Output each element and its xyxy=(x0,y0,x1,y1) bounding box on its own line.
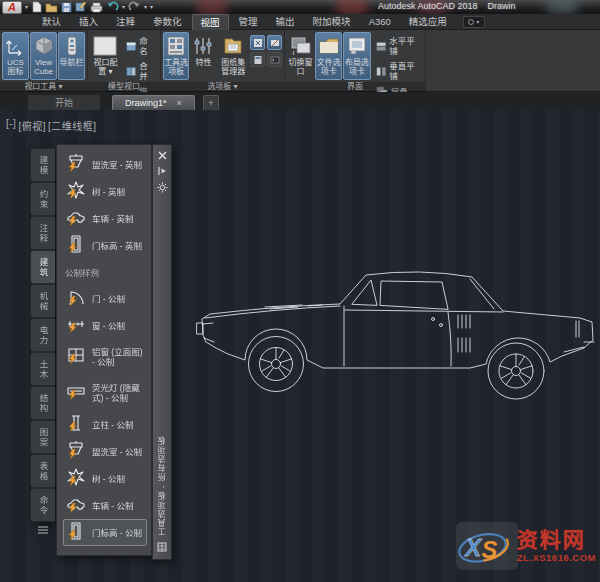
close-icon[interactable] xyxy=(155,148,169,162)
viewport-minimize-control[interactable]: [-] xyxy=(6,118,16,133)
panel-label[interactable]: 视口工具 ▾ xyxy=(0,82,87,92)
palette-side-tab[interactable]: 建筑 xyxy=(30,250,55,284)
ribbon-tab-insert[interactable]: 插入 xyxy=(71,14,106,29)
aero-blur-decoration xyxy=(335,0,369,14)
palette-item[interactable]: 树 - 英制 xyxy=(63,178,147,205)
tile-vertically-button[interactable]: 垂直平铺 xyxy=(372,59,423,83)
viewport-configuration-button[interactable]: 视口配置 ▾ xyxy=(90,32,121,80)
palette-item[interactable]: 铝窗 (立面图) - 公制 xyxy=(63,339,147,375)
palette-item[interactable]: 门标高 - 英制 xyxy=(63,232,147,259)
tab-close-icon[interactable]: × xyxy=(177,98,182,108)
markup-palette-icon[interactable] xyxy=(267,35,282,50)
car-icon xyxy=(66,207,86,231)
palette-side-tab[interactable]: 注释 xyxy=(30,216,55,250)
saveas-icon[interactable] xyxy=(75,1,87,13)
ribbon-tab-view[interactable]: 视图 xyxy=(192,14,229,30)
palette-item[interactable]: 树 - 公制 xyxy=(63,465,147,492)
ribbon-tab-addins[interactable]: 附加模块 xyxy=(305,14,359,29)
file-tabs-button[interactable]: 文件选项卡 xyxy=(315,32,342,80)
palette-side-tab[interactable]: 命令 xyxy=(30,488,55,522)
viewport-visual-style-control[interactable]: [二维线框] xyxy=(48,118,97,133)
properties-gear-icon[interactable] xyxy=(155,180,169,194)
palette-side-tab-label: 电力 xyxy=(37,326,49,345)
ribbon-tab-annotate[interactable]: 注释 xyxy=(108,14,143,29)
tile-horizontally-button[interactable]: 水平平铺 xyxy=(372,34,423,58)
palette-item[interactable]: 车辆 - 英制 xyxy=(63,205,147,232)
panel-label[interactable]: 选项板 ▾ xyxy=(161,82,284,92)
join-viewports-button[interactable]: 合并 xyxy=(122,59,158,83)
ribbon-tab-default[interactable]: 默认 xyxy=(34,14,69,29)
open-icon[interactable] xyxy=(45,1,58,13)
app-menu-caret-icon[interactable]: ▾ xyxy=(25,4,28,10)
app-menu-button[interactable]: A xyxy=(2,1,22,14)
named-viewport-icon xyxy=(126,41,136,52)
palette-item[interactable]: 荧光灯 (隐藏式) - 公制 xyxy=(63,375,147,411)
plot-icon[interactable] xyxy=(90,2,103,13)
palette-side-tab[interactable]: 约束 xyxy=(30,182,55,216)
drawing-canvas[interactable]: [-] [俯视] [二维线框] xyxy=(0,110,600,582)
viewcube-icon xyxy=(33,35,55,57)
properties-palette-button[interactable]: 特性 xyxy=(190,32,216,80)
navigation-bar-button[interactable]: 导航栏 xyxy=(58,32,85,80)
new-icon[interactable] xyxy=(31,1,42,13)
window-elev-icon xyxy=(66,345,86,369)
palette-side-tab-label: 土木 xyxy=(37,360,49,379)
viewcube-button[interactable]: View Cube xyxy=(30,32,57,80)
redo-icon[interactable] xyxy=(128,1,141,13)
redo-caret-icon[interactable]: ▾ xyxy=(144,4,147,10)
panel-label[interactable]: 界面 xyxy=(285,82,425,92)
ribbon-tab-parametric[interactable]: 参数化 xyxy=(145,14,190,29)
sheet-set-manager-button[interactable]: 图纸集管理器 xyxy=(218,32,249,80)
palette-side-tab[interactable]: 电力 xyxy=(30,318,55,352)
car-wireframe-drawing[interactable] xyxy=(180,252,600,407)
palette-item[interactable]: 窗 - 公制 xyxy=(63,312,147,339)
xref-palette-icon[interactable] xyxy=(250,35,265,50)
commandline-palette-icon[interactable] xyxy=(267,52,282,67)
tab-start[interactable]: 开始 xyxy=(28,95,100,110)
qat-customize-caret-icon[interactable]: ▾ xyxy=(150,4,153,10)
autohide-icon[interactable] xyxy=(155,164,169,178)
palette-section-header: 公制样例 xyxy=(63,259,147,285)
palette-side-tab-label: 图案 xyxy=(37,428,49,447)
layout-tabs-button[interactable]: 布局选项卡 xyxy=(343,32,370,80)
ucs-icon-button[interactable]: UCS 图标 xyxy=(2,32,29,80)
undo-icon[interactable] xyxy=(106,1,119,13)
file-tabs-icon xyxy=(318,35,340,57)
tab-drawing1[interactable]: Drawing1* × xyxy=(112,95,195,110)
door-icon xyxy=(66,287,86,311)
named-viewports-button[interactable]: 命名 xyxy=(122,34,158,58)
quickcalc-palette-icon[interactable] xyxy=(250,52,265,67)
palette-title-bar[interactable]: 工具选项板 - 所有选项板 xyxy=(152,144,172,560)
tool-palettes-button[interactable]: 工具选项板 xyxy=(163,32,189,80)
ribbon-tab-featured-apps[interactable]: 精选应用 xyxy=(401,14,455,29)
palette-item[interactable]: 车辆 - 公制 xyxy=(63,492,147,519)
palette-item[interactable]: 门标高 - 公制 xyxy=(63,519,147,546)
allpalettes-grid-icon[interactable] xyxy=(155,540,169,554)
palette-side-tab[interactable]: 机械 xyxy=(30,284,55,318)
palette-item[interactable]: 门 - 公制 xyxy=(63,285,147,312)
palette-item[interactable]: 盥洗室 - 公制 xyxy=(63,438,147,465)
panel-label[interactable]: 模型视口 xyxy=(88,82,160,92)
palette-item[interactable]: 盥洗室 - 英制 xyxy=(63,151,147,178)
media-camera-icon[interactable]: ▾ xyxy=(463,16,485,28)
ribbon-tab-manage[interactable]: 管理 xyxy=(231,14,266,29)
viewport-view-control[interactable]: [俯视] xyxy=(18,118,46,133)
palette-item[interactable]: 立柱 - 公制 xyxy=(63,411,147,438)
palette-item-label: 立柱 - 公制 xyxy=(92,420,134,430)
palette-side-tab[interactable]: 建模 xyxy=(30,148,55,182)
panel-interface: 切换窗口 文件选项卡 布局选项卡 水平平铺 xyxy=(285,30,426,92)
viewport-config-icon xyxy=(92,35,118,57)
new-drawing-tab-button[interactable]: + xyxy=(203,95,219,110)
tool-palettes-icon xyxy=(165,35,187,57)
save-icon[interactable] xyxy=(61,2,72,13)
switch-windows-button[interactable]: 切换窗口 xyxy=(287,32,314,80)
watermark-url: ZL.XS1616.COM xyxy=(517,553,596,563)
ribbon-tab-a360[interactable]: A360 xyxy=(361,14,399,29)
palette-side-tab[interactable]: 图案 xyxy=(30,420,55,454)
palette-side-tab[interactable]: 土木 xyxy=(30,352,55,386)
undo-caret-icon[interactable]: ▾ xyxy=(122,4,125,10)
palette-side-tab[interactable]: 表格 xyxy=(30,454,55,488)
palette-side-tab[interactable]: 结构 xyxy=(30,386,55,420)
palette-overflow-icon[interactable] xyxy=(30,522,55,538)
ribbon-tab-output[interactable]: 输出 xyxy=(268,14,303,29)
